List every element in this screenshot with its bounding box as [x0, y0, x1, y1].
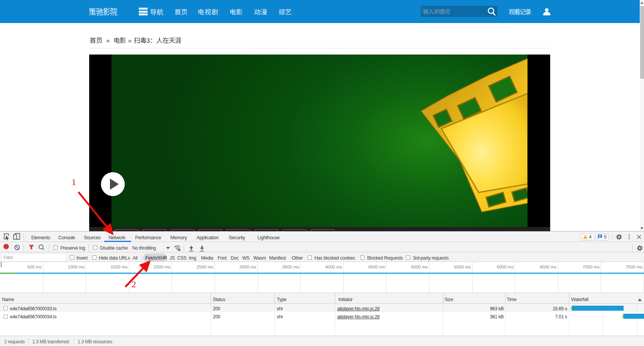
svg-text:1: 1 — [72, 177, 76, 187]
